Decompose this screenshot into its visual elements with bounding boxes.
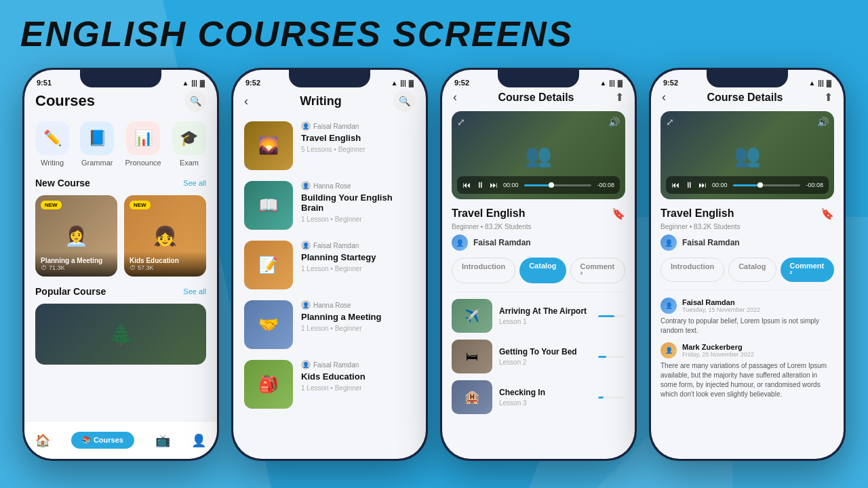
lesson-item-3[interactable]: 🏨 Checking In Lesson 3	[452, 380, 625, 414]
video-controls-3: ⏮ ⏸ ⏭ 00:00 -00:08	[457, 176, 620, 194]
comment-meta-2: Mark Zuckerberg Friday, 25 November 2022	[682, 343, 834, 358]
comment-text-2: There are many variations of passages of…	[660, 361, 834, 399]
course-title-4: Planning a Meeting	[301, 312, 415, 322]
tab-introduction-4[interactable]: Introduction	[660, 258, 724, 282]
progress-bar-3[interactable]	[524, 184, 592, 186]
status-time-2: 9:52	[245, 79, 260, 87]
comment-item-2: 👤 Mark Zuckerberg Friday, 25 November 20…	[660, 342, 834, 399]
details-title-4: Course Details	[707, 92, 783, 104]
signal-icon: |||	[191, 79, 197, 87]
volume-icon-3: 🔊	[608, 117, 620, 127]
course-info-5: 👤 Faisal Ramdan Kids Education 1 Lesson …	[301, 360, 415, 392]
cat-icon-pronounce: 📊	[126, 121, 160, 155]
tab-introduction-3[interactable]: Introduction	[452, 258, 515, 283]
new-course-see-all[interactable]: See all	[183, 179, 206, 187]
course-info-2: 👤 Hanna Rose Building Your English Brain…	[301, 181, 415, 223]
lesson-thumb-3: 🏨	[452, 380, 492, 414]
progress-dot-4	[757, 182, 763, 188]
popular-course-see-all[interactable]: See all	[183, 287, 206, 296]
course-card-kids[interactable]: 👧 NEW Kids Education ⏱ 57.3K	[124, 195, 206, 277]
search-button-1[interactable]: 🔍	[184, 90, 206, 112]
author-name-4: Faisal Ramdan	[682, 238, 740, 247]
course-name-row-3: Travel English 🔖	[452, 207, 625, 220]
cat-exam[interactable]: 🎓 Exam	[172, 121, 206, 167]
author-avatar-icon-3: 👤	[452, 235, 468, 251]
back-button-2[interactable]: ‹	[244, 94, 248, 108]
pause-icon-3[interactable]: ⏸	[476, 180, 484, 190]
writing-header: ‹ Writing 🔍	[233, 90, 426, 112]
tab-catalog-4[interactable]: Catalog	[728, 258, 776, 282]
rewind-icon-3[interactable]: ⏮	[462, 180, 471, 190]
lp-fill-1	[598, 315, 614, 317]
fastforward-icon-4[interactable]: ⏭	[698, 180, 707, 190]
cat-pronounce[interactable]: 📊 Pronounce	[125, 121, 161, 167]
signal-icon-3: |||	[609, 79, 614, 87]
card-info-kids: Kids Education ⏱ 57.3K	[124, 251, 206, 277]
elapsed-time-4: 00:00	[712, 182, 728, 188]
nav-home[interactable]: 🏠	[35, 433, 50, 448]
bookmark-button-3[interactable]: 🔖	[612, 207, 625, 220]
comment-name-2: Mark Zuckerberg	[682, 343, 834, 351]
tab-catalog-3[interactable]: Catalog	[519, 258, 566, 283]
course-author-1: 👤 Faisal Ramdan	[301, 121, 415, 131]
course-meta-1: 5 Lessons • Beginner	[301, 146, 415, 153]
phone1-content: Courses 🔍 ✏️ Writing 📘 Grammar 📊	[24, 90, 217, 365]
share-button-3[interactable]: ⬆	[615, 91, 624, 104]
course-title-1: Travel English	[301, 133, 415, 143]
nav-profile[interactable]: 👤	[191, 433, 206, 448]
cat-writing[interactable]: ✏️ Writing	[35, 121, 69, 167]
wifi-icon: ▲	[182, 79, 189, 87]
list-item[interactable]: 📖 👤 Hanna Rose Building Your English Bra…	[244, 181, 415, 230]
bookmark-button-4[interactable]: 🔖	[821, 207, 834, 220]
course-name-row-4: Travel English 🔖	[660, 207, 834, 220]
progress-bar-4[interactable]	[733, 184, 801, 186]
list-item[interactable]: 🌄 👤 Faisal Ramdan Travel English 5 Lesso…	[244, 121, 415, 170]
popular-course-header: Popular Course See all	[35, 286, 206, 297]
author-row-3: 👤 Faisal Ramdan	[452, 235, 625, 251]
wifi-icon-3: ▲	[599, 79, 606, 87]
video-player-4[interactable]: 👥 ⤢ 🔊 ⏮ ⏸ ⏭ 00:00	[660, 111, 834, 199]
phone-notch-3	[498, 70, 579, 87]
list-item[interactable]: 🤝 👤 Hanna Rose Planning a Meeting 1 Less…	[244, 300, 415, 349]
lesson-list-3: ✈️ Arriving At The Airport Lesson 1 🛏	[442, 299, 635, 421]
tab-comment-4[interactable]: Comment ²	[781, 258, 835, 282]
list-item[interactable]: 📝 👤 Faisal Ramdan Planning Startegy 1 Le…	[244, 241, 415, 289]
popular-course-card[interactable]: 🌲	[35, 304, 206, 365]
video-overlay-4: ⤢ 🔊 ⏮ ⏸ ⏭ 00:00 -00:08	[660, 111, 834, 199]
author-row-4: 👤 Faisal Ramdan	[660, 235, 834, 251]
course-title-3: Planning Startegy	[301, 252, 415, 262]
cat-label-exam: Exam	[180, 159, 199, 167]
badge-new-2: NEW	[130, 201, 151, 209]
fastforward-icon-3[interactable]: ⏭	[490, 180, 498, 190]
comment-text-1: Contrary to popular belief, Lorem Ipsum …	[660, 317, 834, 336]
course-thumb-1: 🌄	[244, 121, 293, 170]
share-button-4[interactable]: ⬆	[824, 91, 833, 104]
video-player-3[interactable]: 👥 ⤢ 🔊 ⏮ ⏸ ⏭ 00:00	[452, 111, 625, 199]
status-time-1: 9:51	[37, 79, 52, 87]
rewind-icon-4[interactable]: ⏮	[671, 180, 679, 190]
video-overlay-3: ⤢ 🔊 ⏮ ⏸ ⏭ 00:00 -00:08	[452, 111, 625, 199]
back-button-4[interactable]: ‹	[662, 90, 666, 104]
lesson-item-2[interactable]: 🛏 Getting To Your Bed Lesson 2	[452, 340, 625, 373]
search-button-2[interactable]: 🔍	[393, 90, 415, 112]
cat-grammar[interactable]: 📘 Grammar	[80, 121, 114, 167]
video-top-3: ⤢ 🔊	[457, 117, 620, 127]
bottom-navigation-1: 🏠 📚 Courses 📺 👤	[24, 421, 217, 459]
media-icon: 📺	[155, 433, 170, 448]
new-course-title: New Course	[35, 178, 90, 188]
nav-courses[interactable]: 📚 Courses	[71, 432, 134, 449]
course-info-1: 👤 Faisal Ramdan Travel English 5 Lessons…	[301, 121, 415, 153]
lesson-item-1[interactable]: ✈️ Arriving At The Airport Lesson 1	[452, 299, 625, 333]
progress-fill-4	[733, 184, 760, 186]
tab-comment-3[interactable]: Comment ²	[570, 258, 626, 283]
pause-icon-4[interactable]: ⏸	[685, 180, 693, 190]
course-info-section-4: Travel English 🔖 Beginner • 83.2K Studen…	[651, 207, 844, 282]
cat-icon-grammar: 📘	[80, 121, 114, 155]
nav-media[interactable]: 📺	[155, 433, 170, 448]
course-info-section-3: Travel English 🔖 Beginner • 83.2K Studen…	[442, 207, 635, 283]
list-item[interactable]: 🎒 👤 Faisal Ramdan Kids Education 1 Lesso…	[244, 360, 415, 409]
back-button-3[interactable]: ‹	[453, 90, 457, 104]
cat-label-pronounce: Pronounce	[125, 159, 161, 167]
course-card-meeting[interactable]: 👩‍💼 NEW Planning a Meeting ⏱ 71.3K	[35, 195, 117, 277]
lesson-num-1: Lesson 1	[499, 318, 591, 325]
